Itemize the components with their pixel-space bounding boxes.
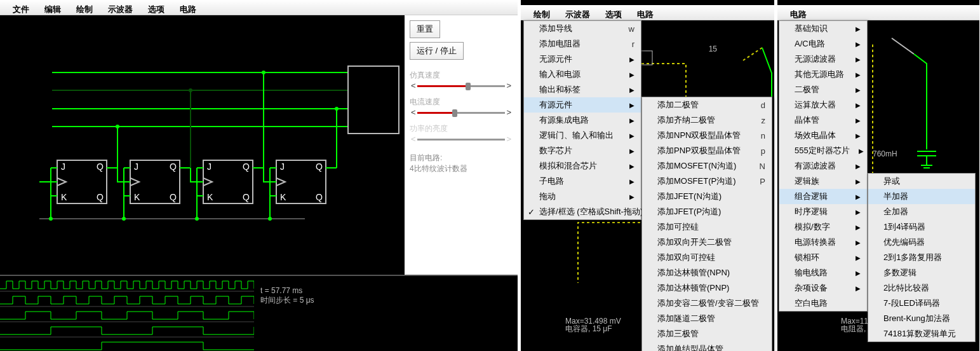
comb-submenu-item-6[interactable]: 多数逻辑 — [868, 265, 975, 280]
menu-draw[interactable]: 绘制 — [69, 3, 100, 12]
active-submenu-item-3[interactable]: 添加PNP双极型晶体管p — [642, 143, 772, 158]
panel-2: 绘制 示波器 选项 电路 15 Max=31.498 mV 电容器, 15 μF… — [521, 0, 774, 351]
panel3-ind: 760mH — [873, 149, 897, 158]
active-submenu-item-14[interactable]: 添加隧道二极管 — [642, 311, 772, 326]
draw-menu-item-8[interactable]: 数字芯片▶ — [524, 143, 641, 158]
reset-button[interactable]: 重置 — [410, 20, 440, 38]
circuits-menu-item-17[interactable]: 杂项设备▶ — [779, 280, 867, 296]
active-submenu-item-2[interactable]: 添加NPN双极型晶体管n — [642, 128, 772, 143]
side-panel: 重置 运行 / 停止 仿真速度 < > 电流速度 < > 功率的亮度 < > 目… — [405, 15, 518, 275]
circuits-menu-item-7[interactable]: 场效电晶体▶ — [779, 128, 867, 143]
comb-submenu-item-4[interactable]: 优先编码器 — [868, 235, 975, 250]
panel-3: 电路 760mH Max=117.93 电阻器, 15 基础知识▶A/C电路▶无… — [777, 0, 979, 351]
power-decrease: < — [410, 134, 417, 144]
menubar: 文件 编辑 绘制 示波器 选项 电路 — [0, 0, 518, 15]
active-submenu-item-0[interactable]: 添加二极管d — [642, 97, 772, 113]
circuits-menu-item-0[interactable]: 基础知识▶ — [779, 21, 867, 36]
circuits-menu-item-2[interactable]: 无源滤波器▶ — [779, 52, 867, 67]
draw-menu-item-9[interactable]: 模拟和混合芯片▶ — [524, 158, 641, 174]
scope-step: 时间步长 = 5 μs — [260, 295, 314, 306]
comb-submenu-item-7[interactable]: 2比特比较器 — [868, 280, 975, 296]
comb-submenu-item-3[interactable]: 1到4译码器 — [868, 219, 975, 235]
active-submenu-item-10[interactable]: 添加双向可控硅 — [642, 250, 772, 265]
current-circuit-label: 目前电路: — [410, 153, 513, 163]
draw-menu-item-11[interactable]: 拖动▶ — [524, 189, 641, 204]
circuit-canvas[interactable]: 1 0 1 1 I3 I2 I1 I0 11 CLK +5V JQ KQ JQ … — [0, 15, 405, 275]
comb-submenu-item-0[interactable]: 异或 — [868, 174, 975, 189]
circuits-menu-item-14[interactable]: 电源转换器▶ — [779, 235, 867, 250]
active-submenu-item-13[interactable]: 添加变容二极管/变容二极管 — [642, 296, 772, 311]
circuits-menu-item-9[interactable]: 有源滤波器▶ — [779, 158, 867, 174]
draw-menu-item-2[interactable]: 无源元件▶ — [524, 52, 641, 67]
draw-menu-item-5[interactable]: 有源元件▶ — [524, 97, 641, 113]
active-submenu-item-16[interactable]: 添加单结型晶体管 — [642, 341, 772, 351]
cur-speed-slider[interactable] — [417, 109, 506, 116]
draw-menu: 添加导线w添加电阻器r无源元件▶输入和电源▶输出和标签▶有源元件▶有源集成电路▶… — [523, 20, 641, 220]
active-submenu-item-5[interactable]: 添加MOSFET(P沟道)P — [642, 174, 772, 189]
sim-speed-increase[interactable]: > — [505, 81, 513, 90]
cur-speed-increase[interactable]: > — [505, 107, 513, 117]
panel2-cap: 电容器, 15 μF — [565, 324, 612, 334]
comb-submenu-item-8[interactable]: 7-段LED译码器 — [868, 296, 975, 311]
run-stop-button[interactable]: 运行 / 停止 — [410, 42, 464, 60]
active-submenu-item-7[interactable]: 添加JFET(P沟道) — [642, 204, 772, 219]
power-slider — [417, 136, 506, 142]
comb-submenu-item-10[interactable]: 74181算数逻辑单元 — [868, 326, 975, 341]
active-submenu-item-11[interactable]: 添加达林顿管(NPN) — [642, 265, 772, 280]
circuits-menu-item-5[interactable]: 运算放大器▶ — [779, 97, 867, 113]
circuits-menu-item-16[interactable]: 输电线路▶ — [779, 265, 867, 280]
scope-time: t = 57.77 ms — [260, 286, 314, 295]
draw-menu-item-4[interactable]: 输出和标签▶ — [524, 82, 641, 97]
comb-submenu-item-5[interactable]: 2到1多路复用器 — [868, 250, 975, 265]
circuits-menu-item-10[interactable]: 逻辑族▶ — [779, 174, 867, 189]
power-increase: > — [505, 134, 513, 144]
menu-edit[interactable]: 编辑 — [37, 3, 69, 12]
active-submenu-item-4[interactable]: 添加MOSFET(N沟道)N — [642, 158, 772, 174]
circuits-menu-item-13[interactable]: 模拟/数字▶ — [779, 219, 867, 235]
comb-submenu-item-9[interactable]: Brent-Kung加法器 — [868, 311, 975, 326]
draw-menu-item-6[interactable]: 有源集成电路▶ — [524, 113, 641, 128]
main-panel: 文件 编辑 绘制 示波器 选项 电路 — [0, 0, 518, 351]
active-submenu-item-9[interactable]: 添加双向开关二极管 — [642, 235, 772, 250]
draw-menu-item-0[interactable]: 添加导线w — [524, 21, 641, 36]
draw-menu-item-10[interactable]: 子电路▶ — [524, 174, 641, 189]
panel2-label-15: 15 — [709, 45, 717, 53]
cur-speed-decrease[interactable]: < — [410, 107, 417, 117]
circuits-menu-item-4[interactable]: 二极管▶ — [779, 82, 867, 97]
circuits-menu-item-18[interactable]: 空白电路 — [779, 296, 867, 311]
current-circuit-name: 4比特纹波计数器 — [410, 163, 513, 174]
cur-speed-label: 电流速度 — [410, 97, 513, 107]
active-submenu-item-12[interactable]: 添加达林顿管(PNP) — [642, 280, 772, 296]
draw-menu-item-1[interactable]: 添加电阻器r — [524, 36, 641, 52]
sim-speed-label: 仿真速度 — [410, 70, 513, 81]
active-submenu-item-1[interactable]: 添加齐纳二极管z — [642, 113, 772, 128]
draw-menu-item-12[interactable]: ✓选择/框选 (空格或Shift-拖动) — [524, 204, 641, 219]
circuits-menu-item-3[interactable]: 其他无源电路▶ — [779, 67, 867, 82]
circuits-menu-item-15[interactable]: 锁相环▶ — [779, 250, 867, 265]
circuits-menu-item-12[interactable]: 时序逻辑▶ — [779, 204, 867, 219]
combinational-submenu: 异或半加器全加器1到4译码器优先编码器2到1多路复用器多数逻辑2比特比较器7-段… — [868, 173, 976, 342]
draw-menu-item-3[interactable]: 输入和电源▶ — [524, 67, 641, 82]
active-submenu: 添加二极管d添加齐纳二极管z添加NPN双极型晶体管n添加PNP双极型晶体管p添加… — [641, 97, 772, 351]
comb-submenu-item-1[interactable]: 半加器 — [868, 189, 975, 204]
draw-menu-item-7[interactable]: 逻辑门、输入和输出▶ — [524, 128, 641, 143]
comb-submenu-item-2[interactable]: 全加器 — [868, 204, 975, 219]
active-submenu-item-6[interactable]: 添加JFET(N沟道) — [642, 189, 772, 204]
active-submenu-item-8[interactable]: 添加可控硅 — [642, 219, 772, 235]
circuits-menu: 基础知识▶A/C电路▶无源滤波器▶其他无源电路▶二极管▶运算放大器▶晶体管▶场效… — [779, 20, 868, 312]
menu-scope[interactable]: 示波器 — [100, 3, 140, 12]
sim-speed-slider[interactable] — [417, 83, 506, 89]
circuits-menu-item-11[interactable]: 组合逻辑▶ — [779, 189, 867, 204]
circuits-menu-item-6[interactable]: 晶体管▶ — [779, 113, 867, 128]
menu-options[interactable]: 选项 — [140, 3, 172, 12]
power-bright-label: 功率的亮度 — [410, 123, 513, 134]
active-submenu-item-15[interactable]: 添加三极管 — [642, 326, 772, 341]
menu-file[interactable]: 文件 — [5, 3, 37, 12]
sim-speed-decrease[interactable]: < — [410, 81, 417, 90]
scope-area[interactable]: t = 57.77 ms 时间步长 = 5 μs — [0, 275, 518, 351]
menu-circuits[interactable]: 电路 — [172, 3, 204, 12]
circuits-menu-item-8[interactable]: 555定时器芯片▶ — [779, 143, 867, 158]
circuits-menu-item-1[interactable]: A/C电路▶ — [779, 36, 867, 52]
